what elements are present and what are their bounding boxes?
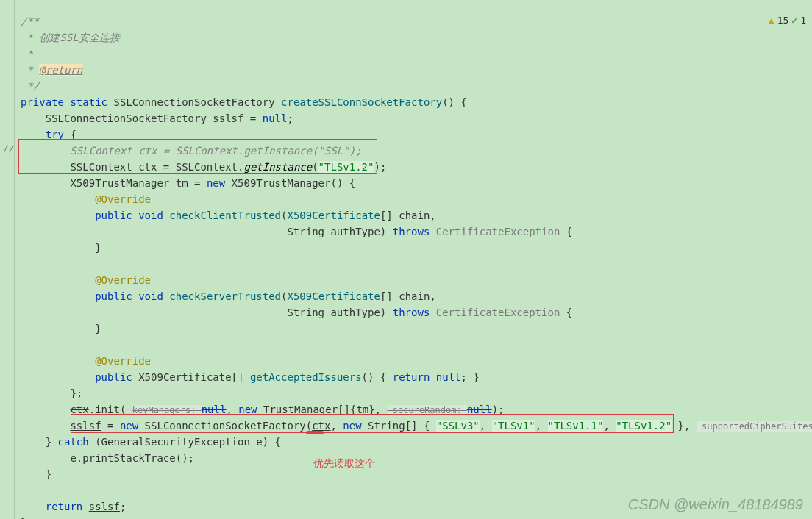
- code-text: *: [21, 32, 39, 43]
- code-text: },: [672, 420, 697, 432]
- code-text: (GeneralSecurityException e) {: [95, 436, 281, 448]
- code-text: ; }: [461, 371, 480, 383]
- annotation: @Override: [95, 274, 151, 286]
- code-text: [] chain,: [380, 290, 436, 302]
- kw: catch: [58, 436, 96, 448]
- code-text: [] chain,: [380, 210, 436, 221]
- type-ref: X509Certificate: [287, 210, 380, 221]
- kw: return: [393, 371, 436, 383]
- method-decl: checkServerTrusted: [169, 290, 281, 302]
- string-literal: "SSLv3": [436, 420, 480, 432]
- kw: private: [21, 96, 70, 108]
- code-text: );: [374, 161, 386, 173]
- kw: try: [46, 129, 71, 140]
- return-tag: @return: [39, 64, 82, 76]
- commented-code: SSLContext ctx = SSLContext.getInstance(…: [21, 145, 362, 157]
- code-text: X509Certificate[]: [138, 371, 250, 383]
- warning-icon: ▲: [769, 15, 774, 26]
- inspection-badges[interactable]: ▲ 15 ✔ 1: [769, 15, 806, 26]
- annotation: @Override: [95, 355, 151, 367]
- code-text: SSLConnectionSocketFactory sslsf =: [46, 112, 263, 124]
- var-ref: sslsf: [70, 420, 101, 432]
- code-text: }: [46, 436, 58, 448]
- kw: public: [95, 210, 138, 221]
- code-text: =: [102, 420, 120, 432]
- code-text: }: [95, 323, 101, 334]
- code-text: );: [492, 404, 505, 415]
- code-text: }: [95, 242, 101, 254]
- string-literal: "TLSv1.1": [548, 420, 604, 432]
- string-literal: "TLSv1.2": [318, 161, 374, 173]
- code-text: *: [21, 64, 39, 76]
- var-ref: ctx: [312, 420, 330, 432]
- code-text: X509TrustManager() {: [232, 177, 356, 189]
- method-decl: checkClientTrusted: [169, 210, 281, 221]
- code-text: ,: [330, 420, 343, 432]
- code-text: () {: [362, 371, 393, 383]
- kw: null: [436, 371, 461, 383]
- kw: null: [263, 112, 288, 124]
- code-text: 创建SSL安全连接: [39, 32, 119, 43]
- kw: null: [202, 404, 227, 415]
- code-text: ,: [226, 404, 238, 415]
- string-literal: "TLSv1": [492, 420, 535, 432]
- kw: return: [46, 501, 89, 512]
- type-ref: X509Certificate: [287, 290, 380, 302]
- kw: void: [138, 210, 169, 221]
- var-ref: sslsf: [89, 501, 120, 512]
- kw: void: [138, 290, 169, 302]
- kw: throws: [393, 226, 436, 237]
- code-text: String authType): [287, 226, 392, 237]
- gutter-comment-marker: //: [3, 143, 15, 154]
- param-hint: supportedCipherSuites:: [697, 421, 812, 432]
- code-text: {: [566, 307, 572, 318]
- kw: new: [343, 420, 368, 432]
- code-text: .init(: [89, 404, 132, 415]
- editor-gutter: [0, 0, 15, 519]
- param-hint: keyManagers:: [132, 405, 202, 415]
- kw: new: [238, 404, 263, 415]
- code-text: SSLConnectionSocketFactory: [113, 96, 281, 108]
- code-text: */: [21, 80, 39, 92]
- code-text: ctx: [70, 404, 88, 415]
- kw: new: [120, 420, 145, 432]
- type-ref: CertificateException: [436, 226, 566, 237]
- kw: throws: [393, 307, 436, 318]
- code-text: ;: [120, 501, 126, 512]
- code-text: X509TrustManager tm =: [70, 177, 206, 189]
- type-ref: CertificateException: [436, 307, 566, 318]
- kw: public: [95, 371, 138, 383]
- method-decl: getAcceptedIssuers: [250, 371, 362, 383]
- param-hint: secureRandom:: [388, 405, 467, 415]
- method-call: getInstance: [243, 161, 312, 173]
- kw: null: [467, 404, 492, 415]
- warning-count: 15: [777, 15, 789, 26]
- code-text: SSLContext ctx = SSLContext.: [70, 161, 243, 173]
- kw: public: [95, 290, 138, 302]
- code-text: String authType): [287, 307, 392, 318]
- code-text: *: [21, 48, 33, 60]
- code-editor[interactable]: /** * 创建SSL安全连接 * * @return */ private s…: [0, 0, 812, 519]
- string-literal: "TLSv1.2": [616, 420, 672, 432]
- code-text: {: [566, 226, 572, 237]
- code-text: TrustManager[]{tm},: [263, 404, 388, 415]
- code-content[interactable]: /** * 创建SSL安全连接 * * @return */ private s…: [15, 0, 812, 519]
- code-text: };: [70, 387, 82, 399]
- kw: new: [207, 177, 232, 189]
- code-text: (: [312, 161, 318, 173]
- code-text: ;: [287, 112, 293, 124]
- code-text: SSLConnectionSocketFactory(: [145, 420, 313, 432]
- kw: static: [70, 96, 113, 108]
- code-text: }: [46, 468, 51, 480]
- code-text: /**: [21, 15, 39, 27]
- method-decl: createSSLConnSocketFactory: [281, 96, 442, 108]
- code-text: String[] {: [368, 420, 436, 432]
- check-icon: ✔: [791, 15, 797, 26]
- check-count: 1: [800, 15, 806, 26]
- annotation: @Override: [95, 193, 151, 205]
- code-text: e.printStackTrace();: [70, 452, 194, 464]
- code-text: () {: [442, 96, 467, 108]
- code-text: {: [70, 129, 76, 140]
